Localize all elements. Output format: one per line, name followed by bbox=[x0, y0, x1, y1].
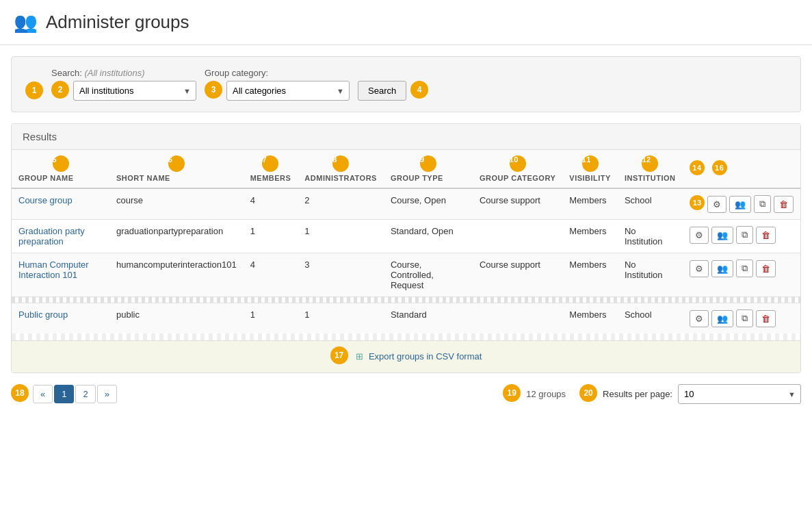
action-buttons: ⚙ 👥 ⧉ 🗑 bbox=[690, 260, 794, 277]
per-page-select-wrapper: 10 20 50 100 ▼ bbox=[678, 384, 801, 404]
copy-button[interactable]: ⧉ bbox=[736, 226, 753, 244]
table-row: Graduation party preparation graduationp… bbox=[12, 220, 800, 253]
action-buttons: ⚙ 👥 ⧉ 🗑 bbox=[690, 309, 794, 327]
action-buttons: 13 ⚙ 👥 ⧉ 🗑 bbox=[690, 195, 794, 213]
action-buttons: ⚙ 👥 ⧉ 🗑 bbox=[690, 226, 794, 244]
badge-2: 2 bbox=[51, 81, 69, 99]
total-count: 12 groups bbox=[526, 389, 566, 399]
cell-institution: No Institution bbox=[618, 220, 683, 253]
category-field: Group category: 3 All categories ▼ bbox=[205, 68, 350, 101]
badge-16: 16 bbox=[712, 160, 727, 175]
delete-button[interactable]: 🗑 bbox=[756, 310, 776, 327]
badge-9: 9 bbox=[420, 155, 436, 172]
th-members: 7 MEMBERS bbox=[244, 150, 298, 188]
search-button-label: Search bbox=[368, 86, 396, 96]
cell-administrators: 1 bbox=[298, 220, 384, 253]
cell-short-name: course bbox=[109, 188, 244, 220]
cell-group-name: Human Computer Interaction 101 bbox=[12, 253, 109, 297]
table-row: Human Computer Interaction 101 humancomp… bbox=[12, 253, 800, 297]
th-visibility: 11 VISIBILITY bbox=[562, 150, 618, 188]
th-group-category: 10 GROUP CATEGORY bbox=[473, 150, 562, 188]
group-name-link[interactable]: Public group bbox=[18, 309, 68, 320]
groups-table: 5 GROUP NAME 6 SHORT NAME 7 MEMBERS 8 AD… bbox=[12, 150, 800, 333]
export-icon: ⊞ bbox=[356, 351, 363, 362]
cell-institution: School bbox=[618, 303, 683, 334]
members-button[interactable]: 👥 bbox=[711, 260, 733, 277]
cell-visibility: Members bbox=[562, 220, 618, 253]
th-institution: 12 INSTITUTION bbox=[618, 150, 683, 188]
wavy-row-separator bbox=[12, 297, 800, 303]
badge-7: 7 bbox=[262, 155, 278, 172]
cell-group-name: Graduation party preparation bbox=[12, 220, 109, 253]
table-header-row: 5 GROUP NAME 6 SHORT NAME 7 MEMBERS 8 AD… bbox=[12, 150, 800, 188]
cell-group-category bbox=[473, 220, 562, 253]
cell-group-category: Course support bbox=[473, 253, 562, 297]
per-page-label: Results per page: bbox=[603, 389, 672, 399]
search-label: Search: (All institutions) bbox=[51, 68, 196, 78]
delete-button[interactable]: 🗑 bbox=[774, 196, 794, 213]
badge-10: 10 bbox=[510, 155, 526, 172]
badge-8: 8 bbox=[332, 155, 349, 172]
search-row: 1 Search: (All institutions) 2 All insti… bbox=[25, 68, 787, 101]
cell-members: 1 bbox=[244, 303, 298, 334]
cell-short-name: humancomputerinteraction101 bbox=[109, 253, 244, 297]
page-1-button[interactable]: 1 bbox=[54, 385, 74, 403]
badge-17: 17 bbox=[330, 346, 348, 364]
cell-institution: School bbox=[618, 188, 683, 220]
settings-button[interactable]: ⚙ bbox=[690, 227, 709, 244]
per-page-select[interactable]: 10 20 50 100 bbox=[678, 384, 801, 404]
cell-members: 4 bbox=[244, 253, 298, 297]
prev-page-button[interactable]: « bbox=[33, 385, 53, 403]
delete-button[interactable]: 🗑 bbox=[756, 227, 776, 244]
copy-button[interactable]: ⧉ bbox=[736, 309, 753, 327]
table-row: Course group course 4 2 Course, Open Cou… bbox=[12, 188, 800, 220]
table-row: Public group public 1 1 Standard Members… bbox=[12, 303, 800, 334]
next-page-button[interactable]: » bbox=[97, 385, 117, 403]
settings-button[interactable]: ⚙ bbox=[690, 310, 709, 327]
members-button[interactable]: 👥 bbox=[729, 196, 751, 213]
copy-button[interactable]: ⧉ bbox=[754, 195, 771, 213]
pagination-bar: 18 « 1 2 » 19 12 groups 20 Results per p… bbox=[11, 384, 801, 404]
th-administrators: 8 ADMINISTRATORS bbox=[298, 150, 384, 188]
results-panel: Results 5 GROUP NAME 6 SHORT NAME 7 MEMB… bbox=[11, 123, 801, 373]
badge-19: 19 bbox=[503, 384, 521, 402]
cell-visibility: Members bbox=[562, 188, 618, 220]
badge-4: 4 bbox=[410, 81, 428, 99]
institution-select[interactable]: All institutions bbox=[73, 81, 196, 101]
copy-button[interactable]: ⧉ bbox=[736, 260, 753, 277]
cell-group-type: Course, Controlled, Request bbox=[384, 253, 473, 297]
export-csv-link[interactable]: ⊞ Export groups in CSV format bbox=[356, 351, 482, 362]
category-label: Group category: bbox=[205, 68, 350, 78]
cell-visibility: Members bbox=[562, 253, 618, 297]
wavy-separator bbox=[12, 333, 800, 340]
members-button[interactable]: 👥 bbox=[711, 310, 733, 327]
group-name-link[interactable]: Graduation party preparation bbox=[18, 226, 85, 246]
cell-group-type: Course, Open bbox=[384, 188, 473, 220]
delete-button[interactable]: 🗑 bbox=[756, 260, 776, 277]
search-button[interactable]: Search bbox=[358, 81, 406, 101]
group-name-link[interactable]: Course group bbox=[18, 195, 73, 205]
row-badge: 13 bbox=[690, 195, 705, 210]
page-2-button[interactable]: 2 bbox=[75, 385, 95, 403]
settings-button[interactable]: ⚙ bbox=[690, 260, 709, 277]
cell-group-type: Standard, Open bbox=[384, 220, 473, 253]
institution-select-wrapper: All institutions ▼ bbox=[73, 81, 196, 101]
badge-3: 3 bbox=[205, 81, 222, 99]
members-button[interactable]: 👥 bbox=[711, 227, 733, 244]
settings-button[interactable]: ⚙ bbox=[707, 196, 726, 213]
cell-visibility: Members bbox=[562, 303, 618, 334]
cell-actions: ⚙ 👥 ⧉ 🗑 bbox=[683, 220, 800, 253]
groups-icon: 👥 bbox=[14, 11, 38, 34]
category-select[interactable]: All categories bbox=[226, 81, 350, 101]
badge-11: 11 bbox=[582, 155, 599, 172]
cell-members: 4 bbox=[244, 188, 298, 220]
cell-members: 1 bbox=[244, 220, 298, 253]
cell-actions: 13 ⚙ 👥 ⧉ 🗑 bbox=[683, 188, 800, 220]
cell-administrators: 1 bbox=[298, 303, 384, 334]
cell-administrators: 3 bbox=[298, 253, 384, 297]
group-name-link[interactable]: Human Computer Interaction 101 bbox=[18, 260, 89, 280]
cell-actions: ⚙ 👥 ⧉ 🗑 bbox=[683, 303, 800, 334]
cell-group-name: Public group bbox=[12, 303, 109, 334]
cell-group-name: Course group bbox=[12, 188, 109, 220]
page-title: Administer groups bbox=[46, 12, 189, 33]
